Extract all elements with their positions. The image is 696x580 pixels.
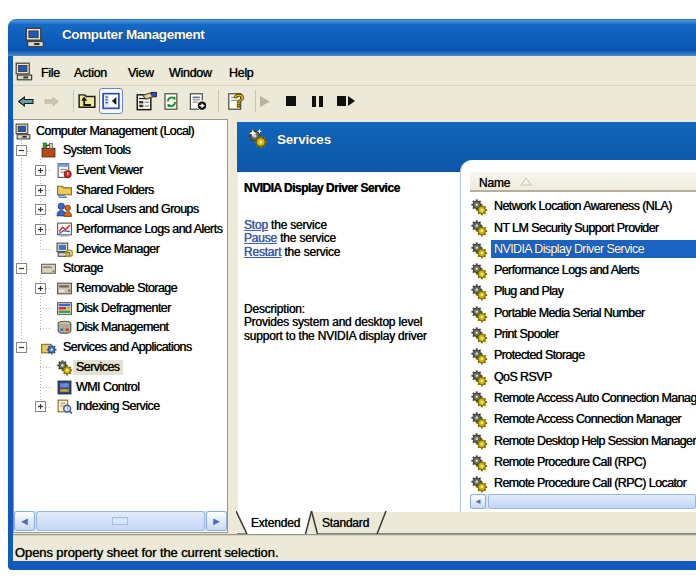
svg-text:?: ? (233, 92, 244, 111)
